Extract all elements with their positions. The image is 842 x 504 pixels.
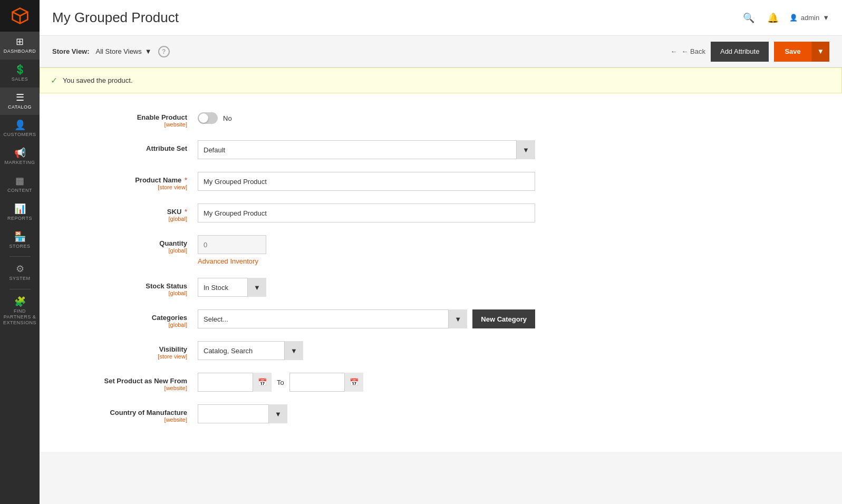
sidebar-item-sales[interactable]: 💲 SALES <box>0 60 40 88</box>
product-name-input[interactable] <box>198 172 535 191</box>
store-view-label: Store View: <box>52 47 90 55</box>
sidebar-logo[interactable] <box>0 0 40 32</box>
product-name-label: Product Name <box>135 176 181 184</box>
store-view-chevron-icon: ▼ <box>145 47 152 55</box>
sidebar-item-label: STORES <box>9 244 31 249</box>
product-name-label-col: Product Name * [store view] <box>71 172 187 190</box>
dashboard-icon: ⊞ <box>16 37 24 46</box>
admin-label: admin <box>801 14 819 22</box>
toolbar-right: ← ← Back Add Attribute Save ▼ <box>670 42 829 62</box>
success-text: You saved the product. <box>63 76 133 84</box>
stock-status-control: In Stock Out of Stock ▼ <box>198 278 535 297</box>
categories-sublabel: [global] <box>71 322 187 328</box>
enable-product-sublabel: [website] <box>71 121 187 128</box>
quantity-row: Quantity [global] Advanced Inventory <box>71 235 810 265</box>
success-message: ✓ You saved the product. <box>40 67 842 93</box>
country-of-manufacture-sublabel: [website] <box>71 416 187 423</box>
attribute-set-label-col: Attribute Set <box>71 140 187 152</box>
visibility-sublabel: [store view] <box>71 353 187 360</box>
new-category-button[interactable]: New Category <box>472 309 535 328</box>
product-name-required: * <box>185 176 187 184</box>
set-product-new-from-sublabel: [website] <box>71 385 187 391</box>
sidebar-item-label: SYSTEM <box>9 276 30 282</box>
date-to-wrapper: 📅 <box>289 373 363 392</box>
attribute-set-select[interactable]: Default <box>198 140 535 159</box>
notifications-button[interactable]: 🔔 <box>765 10 781 26</box>
back-button[interactable]: ← ← Back <box>670 47 705 55</box>
attribute-set-select-wrapper: Default ▼ <box>198 140 535 159</box>
visibility-label: Visibility <box>159 345 187 353</box>
sidebar-item-label: CONTENT <box>7 188 32 193</box>
country-of-manufacture-control: ▼ <box>198 404 535 423</box>
content-icon: ▦ <box>15 176 24 186</box>
sidebar-item-system[interactable]: ⚙ SYSTEM <box>0 259 40 287</box>
product-name-row: Product Name * [store view] <box>71 172 810 191</box>
save-button[interactable]: Save <box>774 42 811 62</box>
sidebar-item-catalog[interactable]: ☰ CATALOG <box>0 88 40 115</box>
categories-select[interactable]: Select... <box>198 309 467 328</box>
enable-product-value: No <box>223 114 232 122</box>
sidebar-item-customers[interactable]: 👤 CUSTOMERS <box>0 115 40 143</box>
advanced-inventory-link[interactable]: Advanced Inventory <box>198 257 535 265</box>
sidebar-item-label: CATALOG <box>8 104 32 110</box>
date-to-calendar-button[interactable]: 📅 <box>344 373 363 392</box>
quantity-sublabel: [global] <box>71 247 187 254</box>
country-of-manufacture-row: Country of Manufacture [website] ▼ <box>71 404 810 423</box>
search-button[interactable]: 🔍 <box>741 10 757 26</box>
sku-sublabel: [global] <box>71 216 187 222</box>
extensions-icon: 🧩 <box>14 297 26 306</box>
visibility-control: Not Visible Individually Catalog Search … <box>198 341 535 360</box>
sidebar-item-label: DASHBOARD <box>4 49 36 54</box>
sidebar: ⊞ DASHBOARD 💲 SALES ☰ CATALOG 👤 CUSTOMER… <box>0 0 40 504</box>
help-icon[interactable]: ? <box>158 46 170 57</box>
admin-dropdown-icon: ▼ <box>822 14 829 22</box>
back-arrow-icon: ← <box>670 47 677 55</box>
store-view-value: All Store Views <box>96 47 142 55</box>
country-of-manufacture-label-col: Country of Manufacture [website] <box>71 404 187 423</box>
set-product-new-from-control: 📅 To 📅 <box>198 373 535 392</box>
categories-row: Categories [global] Select... ▼ New Cate… <box>71 309 810 328</box>
product-name-control <box>198 172 535 191</box>
store-view-select[interactable]: All Store Views ▼ <box>96 47 152 55</box>
sidebar-divider <box>9 256 31 257</box>
date-from-calendar-button[interactable]: 📅 <box>253 373 272 392</box>
sidebar-item-label: SALES <box>12 76 28 82</box>
back-label: ← Back <box>681 47 705 55</box>
sidebar-item-dashboard[interactable]: ⊞ DASHBOARD <box>0 32 40 60</box>
sidebar-item-content[interactable]: ▦ CONTENT <box>0 171 40 199</box>
country-select-wrapper: ▼ <box>198 404 287 423</box>
sku-input[interactable] <box>198 203 535 222</box>
stock-status-row: Stock Status [global] In Stock Out of St… <box>71 278 810 297</box>
quantity-control: Advanced Inventory <box>198 235 535 265</box>
sidebar-item-marketing[interactable]: 📢 MARKETING <box>0 143 40 171</box>
categories-input-row: Select... ▼ New Category <box>198 309 535 328</box>
quantity-input[interactable] <box>198 235 266 254</box>
sku-control <box>198 203 535 222</box>
stores-icon: 🏪 <box>14 232 26 241</box>
to-label: To <box>277 379 284 386</box>
add-attribute-button[interactable]: Add Attribute <box>711 42 769 62</box>
form-area: Enable Product [website] No Attribute Se… <box>40 93 842 452</box>
visibility-row: Visibility [store view] Not Visible Indi… <box>71 341 810 360</box>
content-area: ✓ You saved the product. Enable Product … <box>40 67 842 504</box>
page-title: My Grouped Product <box>52 9 179 26</box>
sidebar-divider-2 <box>9 289 31 289</box>
enable-product-control: No <box>198 109 535 124</box>
date-from-wrapper: 📅 <box>198 373 272 392</box>
admin-menu[interactable]: 👤 admin ▼ <box>789 14 829 22</box>
attribute-set-row: Attribute Set Default ▼ <box>71 140 810 159</box>
visibility-select[interactable]: Not Visible Individually Catalog Search … <box>198 341 303 360</box>
toggle-wrapper: No <box>198 109 535 124</box>
sku-label-col: SKU * [global] <box>71 203 187 222</box>
country-select[interactable] <box>198 404 287 423</box>
quantity-label-col: Quantity [global] <box>71 235 187 254</box>
enable-product-toggle[interactable] <box>198 112 218 124</box>
stock-status-select[interactable]: In Stock Out of Stock <box>198 278 266 297</box>
sku-label: SKU <box>167 208 181 216</box>
sidebar-item-stores[interactable]: 🏪 STORES <box>0 227 40 255</box>
sidebar-item-extensions[interactable]: 🧩 FIND PARTNERS & EXTENSIONS <box>0 292 40 331</box>
sidebar-item-reports[interactable]: 📊 REPORTS <box>0 199 40 227</box>
save-dropdown-button[interactable]: ▼ <box>811 42 829 62</box>
stock-status-label-col: Stock Status [global] <box>71 278 187 296</box>
enable-product-row: Enable Product [website] No <box>71 109 810 128</box>
